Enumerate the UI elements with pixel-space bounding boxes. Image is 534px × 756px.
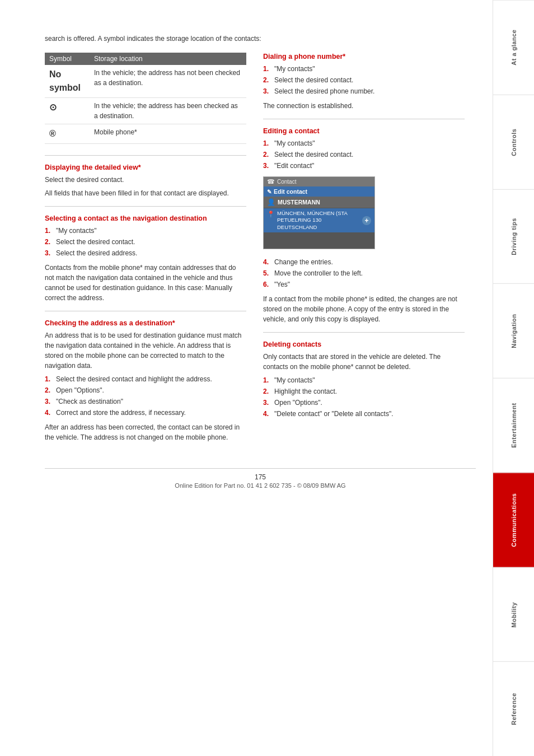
list-text: "Yes" xyxy=(274,279,290,290)
section-displaying: Displaying the detailed view* Select the… xyxy=(45,164,246,198)
heading-displaying: Displaying the detailed view* xyxy=(45,164,246,171)
heading-selecting: Selecting a contact as the navigation de… xyxy=(45,214,246,222)
contact-icon: ☎ xyxy=(267,178,275,185)
list-item: 5.Move the controller to the left. xyxy=(263,268,465,278)
heading-deleting: Deleting contacts xyxy=(263,340,465,348)
sidebar-tab-navigation[interactable]: Navigation xyxy=(493,283,534,378)
contact-image-box: ☎ Contact ✎ Edit contact 👤 MUSTERMANN xyxy=(263,176,375,249)
contact-name: MUSTERMANN xyxy=(278,199,320,206)
section-dialing: Dialing a phone number* 1."My contacts"2… xyxy=(263,53,465,111)
storage-cell: In the vehicle; the address has not been… xyxy=(90,65,246,98)
list-num: 1. xyxy=(263,64,272,74)
list-text: Move the controller to the left. xyxy=(274,268,363,278)
list-text: Select the desired phone number. xyxy=(274,86,374,96)
address-line3: DEUTSCHLAND xyxy=(277,224,348,231)
divider-3 xyxy=(45,311,246,311)
checking-list: 1.Select the desired contact and highlig… xyxy=(45,374,246,418)
sidebar-tab-at-a-glance[interactable]: At a glance xyxy=(493,0,534,95)
selecting-note: Contacts from the mobile phone* may cont… xyxy=(45,263,246,303)
list-item: 3.Select the desired address. xyxy=(45,248,246,258)
section-checking: Checking the address as a destination* A… xyxy=(45,319,246,442)
list-item: 1."My contacts" xyxy=(263,375,465,385)
section-editing: Editing a contact 1."My contacts"2.Selec… xyxy=(263,127,465,324)
list-num: 4. xyxy=(263,409,272,419)
list-num: 4. xyxy=(45,408,54,418)
list-text: Select the desired address. xyxy=(56,248,137,258)
symbol-cell: No symbol xyxy=(45,65,90,98)
editing-list2: 4.Change the entries.5.Move the controll… xyxy=(263,257,465,290)
table-row: ® Mobile phone* xyxy=(45,124,246,144)
list-num: 4. xyxy=(263,257,272,267)
list-item: 2.Select the desired contact. xyxy=(45,237,246,247)
footer-text: Online Edition for Part no. 01 41 2 602 … xyxy=(175,482,345,489)
list-item: 1."My contacts" xyxy=(263,138,465,148)
address-line2: PETUELRING 130 xyxy=(277,217,348,223)
list-num: 3. xyxy=(263,86,272,96)
symbol-cell: ® xyxy=(45,124,90,144)
list-item: 1.Select the desired contact and highlig… xyxy=(45,374,246,384)
list-text: Select the desired contact. xyxy=(274,150,353,160)
heading-editing: Editing a contact xyxy=(263,127,465,135)
plus-button[interactable]: + xyxy=(362,216,371,225)
list-num: 3. xyxy=(263,398,272,408)
edit-label: Edit contact xyxy=(274,188,307,195)
symbol-table: Symbol Storage location No symbol In the… xyxy=(45,53,246,144)
location-icon: 📍 xyxy=(267,211,275,218)
displaying-text2: All fields that have been filled in for … xyxy=(45,188,246,198)
list-text: "My contacts" xyxy=(274,138,315,148)
heading-dialing: Dialing a phone number* xyxy=(263,53,465,60)
section-selecting: Selecting a contact as the navigation de… xyxy=(45,214,246,303)
list-text: "My contacts" xyxy=(274,375,315,385)
list-text: Select the desired contact and highlight… xyxy=(56,374,212,384)
list-num: 1. xyxy=(263,375,272,385)
table-row: ⊙ In the vehicle; the address has been c… xyxy=(45,98,246,124)
sidebar-tab-mobility[interactable]: Mobility xyxy=(493,567,534,662)
list-text: "Edit contact" xyxy=(274,161,314,171)
address-line1: MÜNCHEN, MÜNCHEN (STA xyxy=(277,210,348,217)
divider-1 xyxy=(45,155,246,156)
editing-list1: 1."My contacts"2.Select the desired cont… xyxy=(263,138,465,171)
list-num: 1. xyxy=(45,226,54,236)
divider-5 xyxy=(263,332,465,333)
sidebar: At a glanceControlsDriving tipsNavigatio… xyxy=(493,0,534,756)
contact-title-text: Contact xyxy=(277,179,296,185)
list-num: 2. xyxy=(45,385,54,395)
list-item: 6."Yes" xyxy=(263,279,465,290)
checking-after: After an address has been corrected, the… xyxy=(45,422,246,442)
section-deleting: Deleting contacts Only contacts that are… xyxy=(263,340,465,419)
displaying-text1: Select the desired contact. xyxy=(45,175,246,185)
dialing-list: 1."My contacts"2.Select the desired cont… xyxy=(263,64,465,96)
page-footer: 175 Online Edition for Part no. 01 41 2 … xyxy=(45,468,476,489)
heading-checking: Checking the address as a destination* xyxy=(45,319,246,327)
list-text: "Check as destination" xyxy=(56,396,123,407)
list-item: 2.Highlight the contact. xyxy=(263,386,465,396)
divider-4 xyxy=(263,119,465,119)
list-num: 2. xyxy=(45,237,54,247)
list-text: Change the entries. xyxy=(274,257,333,267)
person-icon: 👤 xyxy=(267,198,275,206)
editing-note: If a contact from the mobile phone* is e… xyxy=(263,294,465,324)
list-num: 2. xyxy=(263,150,272,160)
contact-edit-row: ✎ Edit contact xyxy=(264,186,374,197)
list-text: Open "Options". xyxy=(274,398,322,408)
deleting-list: 1."My contacts"2.Highlight the contact.3… xyxy=(263,375,465,419)
sidebar-tab-controls[interactable]: Controls xyxy=(493,95,534,189)
list-text: "My contacts" xyxy=(56,226,97,236)
list-num: 5. xyxy=(263,268,272,278)
divider-2 xyxy=(45,206,246,207)
deleting-intro: Only contacts that are stored in the veh… xyxy=(263,352,465,372)
sidebar-tab-driving-tips[interactable]: Driving tips xyxy=(493,189,534,284)
list-text: Select the desired contact. xyxy=(56,237,135,247)
sidebar-tab-communications[interactable]: Communications xyxy=(493,473,534,567)
sidebar-tab-entertainment[interactable]: Entertainment xyxy=(493,378,534,473)
list-num: 1. xyxy=(45,374,54,384)
sidebar-tab-reference[interactable]: Reference xyxy=(493,661,534,756)
list-item: 1."My contacts" xyxy=(45,226,246,236)
list-item: 4.Change the entries. xyxy=(263,257,465,267)
storage-cell: Mobile phone* xyxy=(90,124,246,144)
list-num: 3. xyxy=(45,396,54,407)
list-num: 3. xyxy=(263,161,272,171)
list-text: Correct and store the address, if necess… xyxy=(56,408,186,418)
page-number: 175 xyxy=(45,473,476,481)
checking-intro: An address that is to be used for destin… xyxy=(45,330,246,371)
